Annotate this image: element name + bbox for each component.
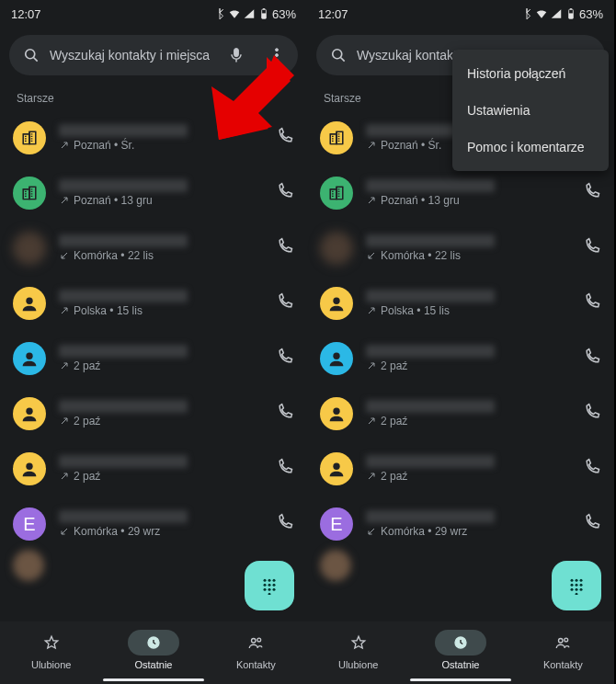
- svg-point-21: [268, 584, 271, 587]
- status-icons: 63%: [520, 7, 603, 21]
- phone-icon: [276, 403, 294, 421]
- incoming-icon: [366, 250, 377, 261]
- section-header: Starsze: [0, 83, 307, 110]
- contact-name-redacted: [366, 510, 495, 523]
- call-subtitle: Poznań • Śr.: [59, 139, 276, 152]
- contact-name-redacted: [59, 455, 188, 468]
- call-button[interactable]: [276, 348, 294, 370]
- call-row[interactable]: Poznań • 13 gru: [0, 165, 307, 221]
- person-avatar: [13, 287, 46, 320]
- call-button[interactable]: [276, 458, 294, 480]
- call-button[interactable]: [583, 513, 601, 535]
- svg-point-8: [276, 59, 279, 62]
- call-subtitle: Poznań • 13 gru: [59, 194, 276, 207]
- status-icons: 63%: [213, 7, 296, 21]
- call-button[interactable]: [276, 127, 294, 149]
- svg-point-19: [273, 579, 276, 582]
- call-button[interactable]: [276, 513, 294, 535]
- call-row[interactable]: 2 paź: [0, 386, 307, 441]
- svg-point-54: [576, 579, 578, 582]
- call-row[interactable]: 2 paź: [0, 331, 307, 386]
- phone-icon: [583, 182, 601, 200]
- call-row[interactable]: Polska • 15 lis: [307, 276, 614, 331]
- svg-point-25: [273, 588, 276, 591]
- call-button[interactable]: [583, 182, 601, 204]
- status-bar: 12:07 63%: [0, 0, 307, 28]
- contact-name-redacted: [366, 455, 495, 468]
- svg-point-62: [576, 593, 578, 595]
- clock: 12:07: [11, 7, 41, 21]
- call-subtitle: 2 paź: [366, 470, 583, 483]
- svg-point-52: [333, 463, 339, 470]
- signal-icon: [550, 7, 563, 20]
- business-avatar: [320, 121, 353, 154]
- svg-point-13: [26, 298, 32, 304]
- call-button[interactable]: [583, 403, 601, 425]
- nav-recent[interactable]: Ostatnie: [409, 630, 511, 670]
- svg-rect-42: [570, 8, 572, 9]
- battery-pct: 63%: [272, 7, 296, 21]
- call-row[interactable]: Komórka • 22 lis: [0, 221, 307, 276]
- letter-avatar: E: [13, 507, 46, 541]
- svg-point-22: [273, 584, 276, 587]
- call-row[interactable]: Poznań • Śr.: [0, 110, 307, 165]
- contact-name-redacted: [59, 124, 188, 137]
- search-bar[interactable]: Wyszukaj kontakty i miejsca: [9, 35, 298, 75]
- call-button[interactable]: [276, 292, 294, 314]
- call-row[interactable]: 2 paź: [307, 331, 614, 386]
- nav-favorites[interactable]: Ulubione: [307, 630, 409, 670]
- voice-search-button[interactable]: [221, 40, 252, 71]
- call-button[interactable]: [276, 237, 294, 259]
- svg-rect-47: [330, 189, 337, 200]
- svg-point-56: [571, 584, 574, 587]
- call-button[interactable]: [583, 237, 601, 259]
- call-row[interactable]: Polska • 15 lis: [0, 276, 307, 331]
- contact-name-redacted: [59, 234, 188, 247]
- contact-name-redacted: [366, 400, 495, 413]
- svg-rect-41: [569, 13, 574, 18]
- call-button[interactable]: [276, 403, 294, 425]
- call-row[interactable]: E Komórka • 29 wrz: [307, 496, 614, 552]
- nav-contacts[interactable]: Kontakty: [205, 630, 307, 670]
- svg-point-6: [276, 49, 279, 51]
- battery-pct: 63%: [579, 7, 603, 21]
- contact-name-redacted: [366, 345, 495, 358]
- gesture-bar: [410, 678, 511, 681]
- dialpad-fab[interactable]: [552, 561, 601, 610]
- phone-icon: [276, 348, 294, 366]
- call-row[interactable]: 2 paź: [307, 386, 614, 441]
- nav-contacts[interactable]: Kontakty: [512, 630, 614, 670]
- svg-line-4: [34, 58, 38, 62]
- nav-recent[interactable]: Ostatnie: [102, 630, 204, 670]
- contact-name-redacted: [59, 345, 188, 358]
- nav-favorites[interactable]: Ulubione: [0, 630, 102, 670]
- phone-screen-right: 12:07 63% Wyszukaj kontakty Starsze Pozn…: [307, 0, 614, 684]
- contact-name-redacted: [59, 290, 188, 302]
- call-row[interactable]: Poznań • 13 gru: [307, 165, 614, 221]
- svg-point-3: [26, 50, 35, 59]
- call-row[interactable]: 2 paź: [0, 441, 307, 496]
- person-avatar: [320, 287, 353, 320]
- svg-point-58: [580, 584, 583, 587]
- business-avatar: [13, 177, 46, 210]
- contact-name-redacted: [366, 290, 495, 302]
- call-row[interactable]: 2 paź: [307, 441, 614, 496]
- clock-icon: [452, 634, 469, 651]
- business-avatar: [13, 121, 46, 154]
- call-row[interactable]: Komórka • 22 lis: [307, 221, 614, 276]
- dialpad-fab[interactable]: [245, 561, 294, 610]
- call-button[interactable]: [276, 182, 294, 204]
- menu-item-history[interactable]: Historia połączeń: [452, 55, 609, 92]
- call-row[interactable]: E Komórka • 29 wrz: [0, 496, 307, 552]
- call-button[interactable]: [583, 348, 601, 370]
- svg-point-29: [257, 638, 261, 642]
- dialpad-icon: [260, 576, 279, 595]
- menu-item-settings[interactable]: Ustawienia: [452, 92, 609, 129]
- call-button[interactable]: [583, 458, 601, 480]
- overflow-button[interactable]: [261, 40, 292, 71]
- outgoing-icon: [366, 471, 377, 482]
- people-icon: [554, 634, 571, 651]
- call-button[interactable]: [583, 292, 601, 314]
- phone-icon: [276, 292, 294, 311]
- menu-item-help[interactable]: Pomoc i komentarze: [452, 129, 609, 165]
